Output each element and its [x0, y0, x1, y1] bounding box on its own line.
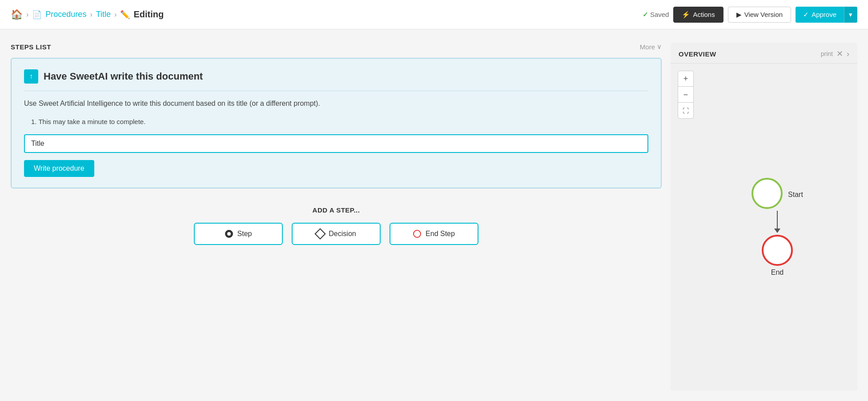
- view-version-button[interactable]: ▶ View Version: [728, 7, 791, 23]
- diagram-area: + − ⛶ Start: [671, 64, 857, 390]
- lightning-icon: ⚡: [682, 11, 690, 19]
- play-icon: ▶: [736, 11, 742, 19]
- header: 🏠 › 📄 Procedures › Title › ✏️ Editing ✓ …: [0, 0, 868, 29]
- ai-card: ↑ Have SweetAI write this document Use S…: [11, 58, 662, 188]
- more-button[interactable]: More ∨: [640, 43, 662, 51]
- header-actions: ✓ Saved ⚡ Actions ▶ View Version ✓ Appro…: [643, 7, 857, 23]
- ai-card-icon: ↑: [24, 69, 38, 84]
- end-node-row: [762, 235, 793, 266]
- actions-button[interactable]: ⚡ Actions: [673, 7, 723, 23]
- start-label: Start: [788, 191, 803, 199]
- actions-label: Actions: [693, 11, 715, 18]
- approve-button[interactable]: ✓ Approve: [796, 7, 844, 23]
- arrow-head-1: [774, 229, 780, 233]
- main-content: STEPS LIST More ∨ ↑ Have SweetAI write t…: [0, 29, 868, 401]
- step-btn-label: Step: [237, 230, 252, 238]
- start-circle: [751, 178, 783, 209]
- zoom-fit-button[interactable]: ⛶: [678, 103, 694, 119]
- approve-group: ✓ Approve ▾: [796, 7, 857, 23]
- add-decision-button[interactable]: Decision: [292, 223, 381, 245]
- breadcrumb-editing: Editing: [133, 9, 164, 20]
- step-radio-icon: [225, 230, 233, 238]
- breadcrumb: 🏠 › 📄 Procedures › Title › ✏️ Editing: [11, 9, 164, 20]
- steps-list-title: STEPS LIST: [11, 43, 51, 51]
- more-label: More: [640, 43, 655, 51]
- breadcrumb-sep-1: ›: [26, 11, 28, 19]
- write-procedure-button[interactable]: Write procedure: [24, 160, 94, 177]
- overview-controls: print ✕ ›: [821, 50, 849, 58]
- right-panel: OVERVIEW print ✕ › + − ⛶ St: [671, 43, 857, 390]
- end-step-btn-label: End Step: [426, 230, 455, 238]
- approve-dropdown-button[interactable]: ▾: [844, 7, 857, 23]
- end-step-circle-icon: [413, 230, 421, 238]
- overview-header: OVERVIEW print ✕ ›: [671, 43, 857, 64]
- view-version-label: View Version: [744, 11, 783, 18]
- add-end-step-button[interactable]: End Step: [390, 223, 478, 245]
- saved-check-icon: ✓: [643, 11, 648, 19]
- procedures-icon: 📄: [32, 10, 42, 20]
- end-circle: [762, 235, 793, 266]
- chevron-down-icon: ∨: [657, 43, 662, 51]
- decision-btn-label: Decision: [329, 230, 356, 238]
- breadcrumb-title[interactable]: Title: [96, 10, 111, 19]
- step-buttons: Step Decision End Step: [11, 223, 662, 245]
- approve-dropdown-icon: ▾: [849, 11, 852, 19]
- end-node: End: [762, 235, 793, 277]
- fit-icon: ⛶: [683, 108, 689, 114]
- breadcrumb-procedures[interactable]: Procedures: [45, 10, 86, 19]
- editing-icon: ✏️: [120, 10, 130, 20]
- ai-card-header: ↑ Have SweetAI write this document: [24, 69, 648, 91]
- start-node-row: Start: [751, 178, 803, 209]
- add-step-button[interactable]: Step: [194, 223, 283, 245]
- left-panel: STEPS LIST More ∨ ↑ Have SweetAI write t…: [11, 43, 662, 390]
- print-button[interactable]: print: [821, 50, 833, 57]
- approve-check-icon: ✓: [803, 11, 809, 19]
- expand-overview-button[interactable]: ›: [847, 50, 849, 58]
- breadcrumb-sep-3: ›: [114, 11, 117, 19]
- add-step-section: ADD A STEP... Step Decision End Step: [11, 206, 662, 245]
- add-step-title: ADD A STEP...: [11, 206, 662, 214]
- ai-card-title: Have SweetAI write this document: [44, 71, 203, 82]
- approve-label: Approve: [812, 11, 836, 18]
- saved-label: Saved: [650, 11, 669, 18]
- arrow-line-1: [777, 211, 778, 229]
- home-icon[interactable]: 🏠: [11, 9, 23, 20]
- ai-card-note: 1. This may take a minute to complete.: [24, 118, 648, 125]
- zoom-out-button[interactable]: −: [678, 87, 694, 103]
- close-overview-button[interactable]: ✕: [836, 50, 843, 58]
- overview-title: OVERVIEW: [679, 50, 716, 58]
- saved-status: ✓ Saved: [643, 11, 669, 19]
- flow-diagram: Start End: [704, 71, 850, 383]
- ai-prompt-input[interactable]: [24, 134, 648, 153]
- ai-icon-label: ↑: [29, 72, 33, 80]
- steps-header: STEPS LIST More ∨: [11, 43, 662, 51]
- breadcrumb-sep-2: ›: [90, 11, 92, 19]
- flow-arrow-1: [774, 211, 780, 233]
- ai-card-description: Use Sweet Artificial Intelligence to wri…: [24, 98, 648, 109]
- zoom-in-button[interactable]: +: [678, 71, 694, 87]
- end-label: End: [771, 269, 784, 277]
- start-node: Start: [751, 178, 803, 209]
- zoom-controls: + − ⛶: [678, 71, 694, 119]
- decision-diamond-icon: [315, 228, 326, 239]
